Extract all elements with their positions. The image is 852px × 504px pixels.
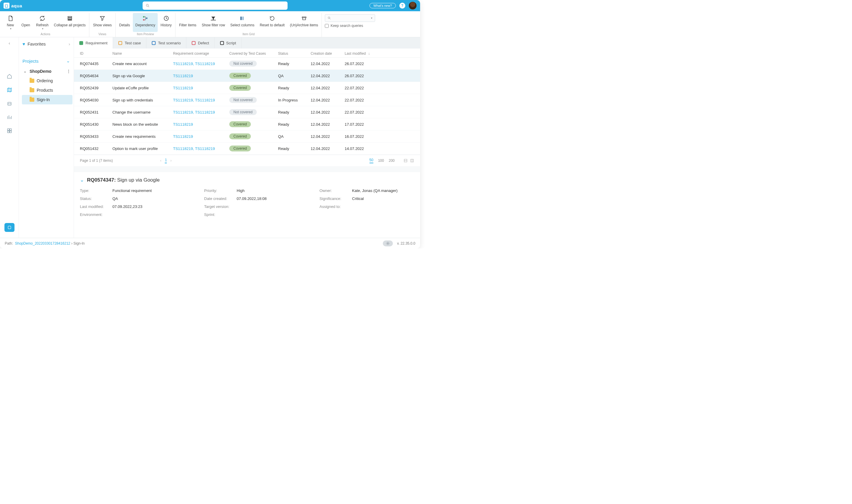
breadcrumb-link[interactable]: ShopDemo_202203301728416212 [15,241,70,246]
col-header[interactable]: Name [112,52,173,56]
page-size[interactable]: 50 [369,158,373,163]
coverage-link[interactable]: TS1118219 [173,74,229,78]
heart-icon: ♥ [22,41,25,47]
more-icon[interactable]: ⋮ [67,69,71,74]
layout-icon[interactable] [403,159,407,163]
tab-defect[interactable]: Defect [186,37,215,49]
folder-icon [30,97,34,102]
ribbon-group-grid-label: Item Grid [242,32,255,37]
project-node[interactable]: ⌄ ShopDemo ⋮ [22,67,72,76]
coverage-link[interactable]: TS1118219 [173,134,229,139]
svg-rect-2 [68,18,72,19]
brand-tile[interactable] [4,223,15,232]
table-row[interactable]: RQ054634 Sign up via Google TS1118219 Co… [74,70,420,82]
funnel-row-icon [210,14,217,22]
table-row[interactable]: RQ053433 Create new requirements TS11182… [74,130,420,143]
grid-search[interactable]: ▾ [325,14,375,22]
collapse-detail-icon[interactable]: ⌄ [80,177,84,183]
coverage-link[interactable]: TS1118219, TS1118219 [173,146,229,151]
main-area: RequirementTest caseTest scenarioDefectS… [74,37,420,238]
tab-icon [152,41,156,45]
table-row[interactable]: RQ054030 Sign up with credentials TS1118… [74,94,420,106]
page-size[interactable]: 200 [389,159,395,163]
coverage-link[interactable]: TS1118219 [173,86,229,90]
table-row[interactable]: RQ051430 News block on the website TS111… [74,118,420,130]
layout-icon[interactable] [410,159,414,163]
whats-new-button[interactable]: What's new? [369,3,396,8]
tab-test-case[interactable]: Test case [113,37,146,49]
table-row[interactable]: RQ051432 Option to mark user profile TS1… [74,143,420,155]
folder-node[interactable]: Sign-In [22,95,72,104]
svg-rect-9 [211,20,216,21]
global-search[interactable] [143,1,288,10]
folder-node[interactable]: Products [22,86,72,95]
show-views-button[interactable]: Show views [91,13,114,32]
page-number[interactable]: 1 [165,158,167,163]
svg-point-25 [387,243,388,244]
help-button[interactable]: ? [399,3,405,8]
folder-node[interactable]: Ordering [22,76,72,86]
requirements-grid: IDNameRequirement coverageCovered by Tes… [74,49,420,155]
ribbon-group-preview-label: Item Preview [137,32,154,37]
apps-icon[interactable] [6,127,13,134]
tab-icon [220,41,224,45]
home-icon[interactable] [6,73,13,80]
col-header[interactable]: Status [278,52,311,56]
nav-rail: ‹ [0,37,19,238]
tab-test-scenario[interactable]: Test scenario [146,37,186,49]
table-row[interactable]: RQ052439 Update eCoffe profile TS1118219… [74,82,420,94]
collapse-projects-button[interactable]: Collapse all projects [52,13,88,32]
reset-default-button[interactable]: Reset to default [257,13,287,32]
tab-requirement[interactable]: Requirement [74,37,113,49]
svg-point-0 [146,4,148,6]
bot-icon[interactable] [6,100,13,107]
coverage-link[interactable]: TS1118219, TS1118219 [173,61,229,66]
filter-row-button[interactable]: Show filter row [199,13,228,32]
prev-page[interactable]: ‹ [160,159,161,163]
projects-header[interactable]: Projects ⌄ [19,51,74,67]
select-columns-button[interactable]: Select columns [228,13,257,32]
history-button[interactable]: History [158,13,174,32]
keep-queries-checkbox[interactable]: Keep search queries [325,24,375,28]
col-header[interactable]: Covered by Test Cases [229,52,278,56]
open-button[interactable]: Open [18,13,33,32]
tab-icon [79,41,83,45]
archive-button[interactable]: (Un)Archive items [288,13,320,32]
svg-rect-13 [303,18,306,20]
svg-point-16 [8,104,9,104]
tab-script[interactable]: Script [215,37,242,49]
col-header[interactable]: Last modified↓ [345,52,389,56]
collapse-sidebar-button[interactable]: ‹ [8,41,10,46]
details-button[interactable]: Details [117,13,132,32]
svg-point-14 [328,17,330,19]
favorites-section[interactable]: ♥ Favorites › [19,37,74,51]
table-row[interactable]: RQ074435 Create new account TS1118219, T… [74,58,420,70]
new-button[interactable]: New▾ [3,13,18,32]
map-icon[interactable] [6,86,13,93]
coverage-link[interactable]: TS1118219 [173,122,229,127]
logo-icon: ◻ [3,3,10,8]
dependency-button[interactable]: Dependency [133,13,157,32]
settings-toggle[interactable] [383,240,393,246]
filter-items-button[interactable]: Filter items [177,13,199,32]
col-header[interactable]: ID [80,52,112,56]
table-row[interactable]: RQ052431 Change the username TS1118219, … [74,106,420,118]
coverage-link[interactable]: TS1118219, TS1118219 [173,110,229,114]
page-size[interactable]: 100 [378,159,384,163]
svg-rect-19 [10,129,11,130]
reset-icon [269,14,275,22]
chevron-right-icon: › [69,41,70,47]
next-page[interactable]: › [170,159,171,163]
analytics-icon[interactable] [6,113,13,121]
coverage-badge: Covered [229,145,251,151]
brand-logo: ◻ aqua [3,3,22,8]
pager-summary: Page 1 of 1 (7 items) [80,159,113,163]
col-header[interactable]: Creation date [311,52,345,56]
svg-rect-10 [240,17,242,20]
refresh-button[interactable]: Refresh▾ [34,13,51,32]
version-label: v. 22.35.0.0 [397,241,415,246]
col-header[interactable]: Requirement coverage [173,52,229,56]
coverage-link[interactable]: TS1118219, TS1118219 [173,98,229,102]
breadcrumb-tail: Sign-In [73,241,85,246]
user-avatar[interactable] [409,2,417,10]
